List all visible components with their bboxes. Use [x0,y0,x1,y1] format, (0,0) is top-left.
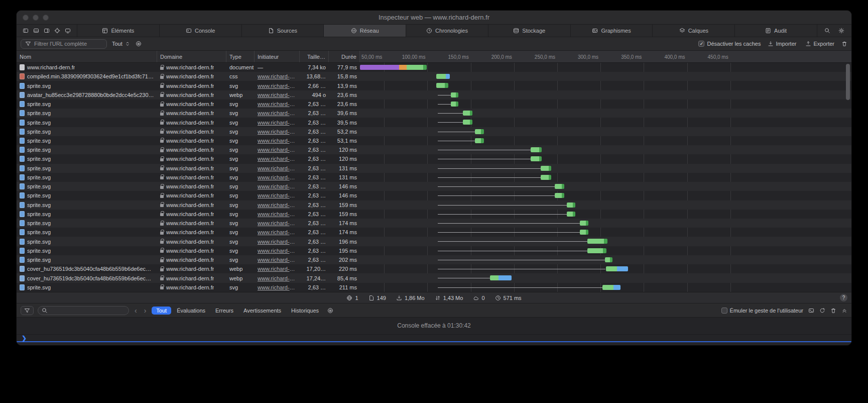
initiator-link[interactable]: www.richard-d… [258,275,297,281]
table-row[interactable]: sprite.svgwww.richard-dern.frsvgwww.rich… [17,164,851,173]
search-icon[interactable] [821,26,833,36]
column-header-type[interactable]: Type [226,51,255,62]
dock-bottom-icon[interactable] [33,28,39,34]
console-drawer-icon[interactable] [808,308,814,314]
table-row[interactable]: compiled.min.38390909f303624ed9e1cf1bd3f… [17,72,851,81]
initiator-link[interactable]: www.richard-d… [258,229,297,235]
tab-graphics[interactable]: Graphismes [571,25,653,37]
initiator-link[interactable]: www.richard-d… [258,202,297,208]
initiator-link[interactable]: www.richard-d… [258,266,297,272]
console-prompt[interactable]: ❯ [17,334,851,342]
initiator-link[interactable]: www.richard-d… [258,220,297,226]
column-header-initiator[interactable]: Initiateur [255,51,300,62]
zoom-window-button[interactable] [43,15,49,21]
table-row[interactable]: sprite.svgwww.richard-dern.frsvgwww.rich… [17,283,851,292]
table-row[interactable]: www.richard-dern.frwww.richard-dern.frdo… [17,63,851,72]
filter-options-icon[interactable] [136,41,142,47]
tab-network[interactable]: Réseau [324,25,406,37]
history-forward-button[interactable]: › [143,307,148,314]
clear-network-trash-icon[interactable] [841,41,847,47]
console-search-input[interactable] [38,306,129,315]
tab-storage[interactable]: Stockage [488,25,571,37]
tab-console[interactable]: Console [160,25,242,37]
initiator-link[interactable]: www.richard-d… [258,257,297,263]
help-button[interactable]: ? [840,294,847,301]
table-row[interactable]: sprite.svgwww.richard-dern.frsvgwww.rich… [17,219,851,228]
table-row[interactable]: sprite.svgwww.richard-dern.frsvgwww.rich… [17,99,851,109]
table-row[interactable]: sprite.svgwww.richard-dern.frsvgwww.rich… [17,200,851,210]
initiator-link[interactable]: www.richard-d… [258,192,297,198]
clear-console-trash-icon[interactable] [830,308,836,314]
column-header-domain[interactable]: Domaine [157,51,226,62]
table-row[interactable]: sprite.svgwww.richard-dern.frsvgwww.rich… [17,255,851,264]
url-filter-input[interactable]: Filtrer l'URL complète [21,39,107,49]
tab-audit[interactable]: Audit [735,25,817,37]
initiator-link[interactable]: www.richard-d… [258,248,297,254]
initiator-link[interactable]: www.richard-d… [258,110,297,116]
reload-icon[interactable] [819,308,825,314]
initiator-link[interactable]: www.richard-d… [258,156,297,162]
table-row[interactable]: cover_hu736519dc3b5040cfa48b6b559b6de6ec… [17,264,851,273]
console-scope-historiques[interactable]: Historiques [287,307,323,315]
initiator-link[interactable]: www.richard-d… [258,211,297,217]
tab-sources[interactable]: Sources [242,25,324,37]
table-row[interactable]: sprite.svgwww.richard-dern.frsvgwww.rich… [17,118,851,127]
table-row[interactable]: sprite.svgwww.richard-dern.frsvgwww.rich… [17,136,851,145]
tab-elements[interactable]: Éléments [77,25,160,37]
tab-layers[interactable]: Calques [653,25,735,37]
console-scope-tout[interactable]: Tout [152,307,171,315]
disable-caches-checkbox[interactable]: ✓ Désactiver les caches [698,41,761,47]
initiator-link[interactable]: www.richard-d… [258,183,297,189]
table-row[interactable]: sprite.svgwww.richard-dern.frsvgwww.rich… [17,210,851,219]
emulate-gesture-checkbox[interactable]: Émuler le geste de l'utilisateur [721,308,803,314]
table-row[interactable]: sprite.svgwww.richard-dern.frsvgwww.rich… [17,191,851,200]
collapse-console-icon[interactable] [841,308,847,314]
initiator-link[interactable]: www.richard-d… [258,147,297,153]
table-row[interactable]: sprite.svgwww.richard-dern.frsvgwww.rich… [17,182,851,191]
close-window-button[interactable] [23,15,29,21]
initiator-link[interactable]: www.richard-d… [258,83,297,89]
history-back-button[interactable]: ‹ [133,307,139,314]
console-scope-evaluations[interactable]: Évaluations [172,307,210,315]
disable-caches-box[interactable]: ✓ [698,41,704,47]
table-row[interactable]: sprite.svgwww.richard-dern.frsvgwww.rich… [17,246,851,255]
console-filter-button[interactable] [21,306,34,315]
element-picker-icon[interactable] [54,28,60,34]
resource-type-dropdown[interactable]: Tout [112,41,131,47]
settings-gear-icon[interactable] [835,26,847,36]
initiator-link[interactable]: www.richard-d… [258,165,297,171]
initiator-link[interactable]: www.richard-d… [258,120,297,126]
table-row[interactable]: sprite.svgwww.richard-dern.frsvgwww.rich… [17,145,851,154]
table-row[interactable]: sprite.svgwww.richard-dern.frsvgwww.rich… [17,81,851,90]
table-row[interactable]: sprite.svgwww.richard-dern.frsvgwww.rich… [17,237,851,246]
console-scope-avertissements[interactable]: Avertissements [239,307,286,315]
device-settings-icon[interactable] [65,28,71,34]
console-scope-erreurs[interactable]: Erreurs [211,307,238,315]
dock-right-icon[interactable] [44,28,50,34]
initiator-link[interactable]: www.richard-d… [258,284,297,290]
table-row[interactable]: sprite.svgwww.richard-dern.frsvgwww.rich… [17,109,851,118]
table-row[interactable]: sprite.svgwww.richard-dern.frsvgwww.rich… [17,127,851,136]
initiator-link[interactable]: www.richard-d… [258,174,297,180]
initiator-link[interactable]: www.richard-d… [258,239,297,245]
export-button[interactable]: Exporter [803,41,836,47]
dock-left-icon[interactable] [23,28,29,34]
vertical-scrollbar[interactable] [846,64,850,100]
import-button[interactable]: Importer [766,41,798,47]
initiator-link[interactable]: www.richard-d… [258,129,297,135]
column-header-size[interactable]: Taille… [300,51,329,62]
minimize-window-button[interactable] [33,15,39,21]
tab-timelines[interactable]: Chronologies [406,25,488,37]
emulate-gesture-box[interactable] [721,308,727,314]
table-row[interactable]: sprite.svgwww.richard-dern.frsvgwww.rich… [17,154,851,163]
table-row[interactable]: cover_hu736519dc3b5040cfa48b6b559b6de6ec… [17,273,851,282]
initiator-link[interactable]: www.richard-d… [258,138,297,144]
column-header-duration[interactable]: Durée [329,51,360,62]
column-header-name[interactable]: Nom [17,51,157,62]
table-row[interactable]: avatar_hu85ecc3e298728880b0bde2dcc4e5c23… [17,90,851,99]
table-row[interactable]: sprite.svgwww.richard-dern.frsvgwww.rich… [17,173,851,182]
initiator-link[interactable]: www.richard-d… [258,73,297,79]
table-row[interactable]: sprite.svgwww.richard-dern.frsvgwww.rich… [17,228,851,237]
console-scope-options-icon[interactable] [327,308,333,314]
initiator-link[interactable]: www.richard-d… [258,92,297,98]
